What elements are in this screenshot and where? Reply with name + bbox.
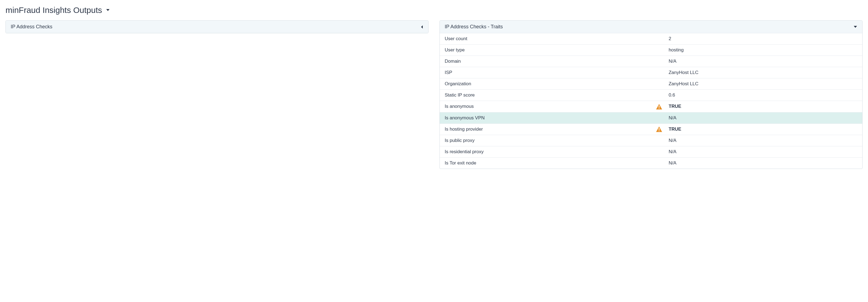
ip-address-checks-traits-header[interactable]: IP Address Checks - Traits [440, 21, 862, 33]
traits-row-label: Is hosting provider [440, 123, 638, 135]
traits-row-icon-cell [638, 101, 663, 112]
svg-rect-3 [658, 131, 659, 132]
traits-row-icon-cell [638, 146, 663, 158]
traits-row: Is public proxyN/A [440, 135, 862, 146]
traits-row: Is anonymous VPNN/A [440, 112, 862, 123]
traits-row: Static IP score0.6 [440, 90, 862, 101]
traits-row-label: Is residential proxy [440, 146, 638, 158]
ip-address-checks-traits-title: IP Address Checks - Traits [445, 24, 503, 30]
traits-row-icon-cell [638, 135, 663, 146]
right-column: IP Address Checks - Traits User count2Us… [439, 20, 863, 169]
traits-row: OrganizationZanyHost LLC [440, 78, 862, 90]
traits-row-value: TRUE [664, 123, 862, 135]
caret-down-icon [854, 26, 857, 28]
page-title[interactable]: minFraud Insights Outputs [5, 5, 863, 15]
traits-row-icon-cell [638, 67, 663, 78]
traits-row-label: Domain [440, 56, 638, 67]
traits-row-label: Static IP score [440, 90, 638, 101]
svg-rect-1 [658, 108, 659, 109]
traits-row-label: User count [440, 33, 638, 45]
traits-row-value: ZanyHost LLC [664, 67, 862, 78]
traits-row-label: Is anonymous [440, 101, 638, 112]
caret-down-icon [106, 9, 110, 11]
traits-row-value: hosting [664, 45, 862, 56]
ip-address-checks-panel: IP Address Checks [5, 20, 429, 33]
traits-row-value: N/A [664, 112, 862, 123]
traits-row-value: TRUE [664, 101, 862, 112]
traits-row-label: Is anonymous VPN [440, 112, 638, 123]
ip-address-checks-traits-panel: IP Address Checks - Traits User count2Us… [439, 20, 863, 169]
traits-row-label: Is Tor exit node [440, 158, 638, 169]
traits-row-label: Is public proxy [440, 135, 638, 146]
warning-icon [656, 104, 662, 109]
traits-row: Is anonymousTRUE [440, 101, 862, 112]
traits-row: User count2 [440, 33, 862, 45]
traits-row: Is Tor exit nodeN/A [440, 158, 862, 169]
ip-address-checks-title: IP Address Checks [11, 24, 53, 30]
ip-address-checks-header[interactable]: IP Address Checks [6, 21, 428, 33]
traits-row-icon-cell [638, 112, 663, 123]
traits-row-value: N/A [664, 135, 862, 146]
traits-row-icon-cell [638, 45, 663, 56]
traits-row-label: ISP [440, 67, 638, 78]
traits-row-icon-cell [638, 123, 663, 135]
traits-row: Is residential proxyN/A [440, 146, 862, 158]
page-title-text: minFraud Insights Outputs [5, 5, 102, 15]
traits-row-label: User type [440, 45, 638, 56]
caret-left-icon [421, 25, 423, 29]
traits-row: ISPZanyHost LLC [440, 67, 862, 78]
traits-row: User typehosting [440, 45, 862, 56]
left-column: IP Address Checks [5, 20, 429, 169]
warning-icon [656, 127, 662, 132]
traits-table: User count2User typehostingDomainN/AISPZ… [440, 33, 862, 169]
traits-row-icon-cell [638, 90, 663, 101]
svg-rect-2 [658, 128, 659, 130]
traits-row-icon-cell [638, 78, 663, 90]
traits-row-value: N/A [664, 56, 862, 67]
traits-row-value: N/A [664, 158, 862, 169]
layout-columns: IP Address Checks IP Address Checks - Tr… [5, 20, 863, 169]
traits-row: Is hosting providerTRUE [440, 123, 862, 135]
traits-row-icon-cell [638, 158, 663, 169]
traits-row-value: ZanyHost LLC [664, 78, 862, 90]
traits-row-value: 0.6 [664, 90, 862, 101]
traits-row: DomainN/A [440, 56, 862, 67]
traits-row-value: N/A [664, 146, 862, 158]
traits-row-value: 2 [664, 33, 862, 45]
traits-row-label: Organization [440, 78, 638, 90]
svg-rect-0 [658, 106, 659, 108]
traits-row-icon-cell [638, 33, 663, 45]
traits-row-icon-cell [638, 56, 663, 67]
